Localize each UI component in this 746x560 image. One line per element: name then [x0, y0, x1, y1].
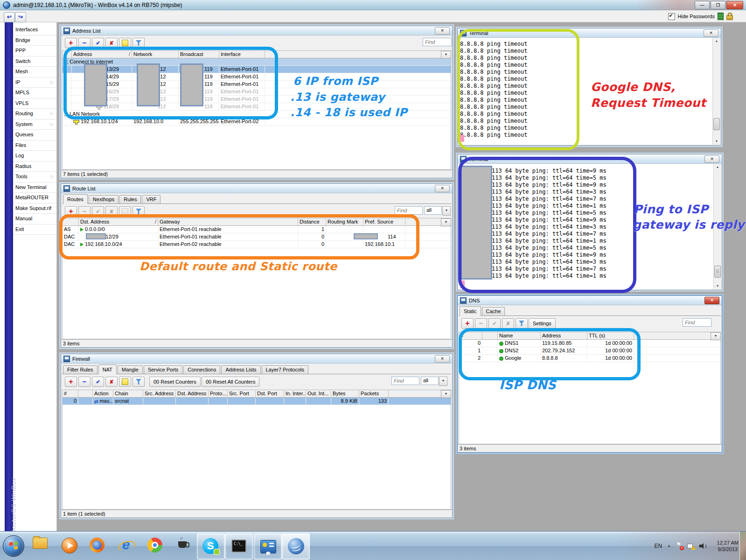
- enable-button[interactable]: [92, 377, 104, 387]
- dns-titlebar[interactable]: DNS: [458, 296, 722, 305]
- find-input[interactable]: [423, 38, 452, 46]
- scrollbar[interactable]: ▲ ▼: [712, 38, 720, 145]
- table-row[interactable]: DAC112/29Ethernet-Port-01 reachable0114: [63, 233, 451, 241]
- column-header-ttl-s[interactable]: TTL (s): [587, 332, 634, 339]
- sidebar-item-vpls[interactable]: VPLS: [13, 98, 56, 109]
- find-input[interactable]: [391, 377, 419, 385]
- add-button[interactable]: [461, 318, 474, 329]
- add-button[interactable]: [65, 38, 77, 48]
- hide-passwords-checkbox[interactable]: [668, 13, 675, 20]
- column-header-in-inter[interactable]: In. Inter...: [284, 390, 306, 397]
- sidebar-item-ip[interactable]: IP▷: [13, 77, 56, 88]
- close-icon[interactable]: [435, 355, 450, 363]
- filter-button[interactable]: [132, 38, 145, 48]
- disable-button[interactable]: [105, 38, 118, 48]
- column-header-dst-port[interactable]: Dst. Port: [256, 390, 284, 397]
- reset-all-counters-button[interactable]: 00 Reset All Counters: [202, 377, 259, 387]
- scroll-down-icon[interactable]: ▼: [714, 283, 721, 289]
- sidebar-item-queues[interactable]: Queues: [13, 130, 56, 140]
- restore-button[interactable]: ❐: [711, 1, 725, 9]
- add-button[interactable]: [65, 206, 77, 217]
- dns-settings-button[interactable]: Settings: [529, 318, 556, 329]
- terminal-titlebar[interactable]: Terminal: [458, 154, 722, 164]
- skype-taskbar-button[interactable]: S: [197, 533, 225, 560]
- winbox-taskbar-button[interactable]: [282, 533, 310, 560]
- table-row[interactable]: 192.168.10.1/24192.168.10.0255.255.255.2…: [63, 118, 451, 126]
- tab-mangle[interactable]: Mangle: [118, 365, 143, 374]
- table-row[interactable]: X117/29112119Ethernet-Port-01: [63, 96, 451, 103]
- column-menu-dropdown-icon[interactable]: ▼: [441, 51, 451, 59]
- disable-button[interactable]: [105, 377, 118, 387]
- taskbar-clock[interactable]: 12:27 AM 9/3/2013: [717, 532, 739, 560]
- remove-button[interactable]: [78, 38, 91, 48]
- sidebar-item-log[interactable]: Log: [13, 151, 56, 161]
- column-header-routing-mark[interactable]: Routing Mark: [326, 218, 363, 225]
- column-header-name[interactable]: Name: [498, 332, 541, 339]
- sidebar-item-mesh[interactable]: Mesh: [13, 67, 56, 77]
- column-header-src-port[interactable]: Src. Port: [228, 390, 256, 397]
- firewall-titlebar[interactable]: Firewall: [61, 354, 452, 364]
- network-status-icon[interactable]: [687, 543, 694, 549]
- table-row[interactable]: 2Google8.8.8.81d 00:00:00: [459, 355, 720, 362]
- add-button[interactable]: [65, 377, 77, 387]
- sidebar-item-system[interactable]: System▷: [13, 119, 56, 130]
- column-header-address[interactable]: Address: [541, 332, 587, 339]
- tab-service-ports[interactable]: Service Ports: [144, 365, 182, 374]
- column-header-pref-source[interactable]: Pref. Source: [363, 218, 405, 225]
- table-row[interactable]: 114/29112119Ethernet-Port-01: [63, 73, 451, 81]
- firefox-icon[interactable]: [90, 538, 105, 553]
- scroll-thumb[interactable]: [713, 118, 720, 130]
- tab-filter-rules[interactable]: Filter Rules: [63, 365, 98, 374]
- sidebar-item-files[interactable]: Files: [13, 140, 56, 151]
- tab-static[interactable]: Static: [460, 306, 481, 316]
- table-row[interactable]: 1DNS2202.79.24.1521d 00:00:00: [459, 347, 720, 355]
- tab-rules[interactable]: Rules: [119, 195, 141, 203]
- close-icon[interactable]: [435, 185, 450, 192]
- filter-scope-dropdown-icon[interactable]: ▼: [439, 377, 447, 386]
- column-menu-dropdown-icon[interactable]: ▼: [441, 218, 451, 226]
- scrollbar[interactable]: ▲ ▼: [713, 164, 721, 289]
- filter-scope-select[interactable]: all: [421, 377, 439, 385]
- table-row[interactable]: AS0.0.0.0/0Ethernet-Port-01 reachable1: [63, 226, 451, 233]
- tab-routes[interactable]: Routes: [63, 194, 88, 204]
- tab-layer7-protocols[interactable]: Layer7 Protocols: [262, 365, 309, 374]
- close-icon[interactable]: [704, 155, 719, 163]
- column-header-out-int[interactable]: Out. Int...: [306, 390, 331, 397]
- table-row[interactable]: ;;; Connect to internet: [63, 58, 451, 66]
- remove-button[interactable]: [78, 377, 91, 387]
- comment-button[interactable]: [119, 377, 131, 387]
- filter-scope-dropdown-icon[interactable]: ▼: [442, 206, 451, 216]
- close-icon[interactable]: [435, 27, 450, 35]
- scroll-thumb[interactable]: [714, 266, 721, 278]
- scroll-up-icon[interactable]: ▲: [714, 164, 721, 170]
- tab-connections[interactable]: Connections: [183, 365, 220, 374]
- find-input[interactable]: [683, 318, 711, 327]
- column-header-network[interactable]: Network: [132, 51, 179, 58]
- tab-cache[interactable]: Cache: [482, 307, 505, 315]
- column-header-dst-address[interactable]: Dst. Address/: [79, 218, 158, 225]
- tab-nexthops[interactable]: Nexthops: [89, 195, 119, 203]
- tab-vrf[interactable]: VRF: [142, 195, 160, 203]
- action-center-flag-icon[interactable]: ✗: [676, 542, 682, 549]
- close-icon[interactable]: [704, 297, 719, 304]
- terminal-output[interactable]: 8.8.8.8 ping timeout8.8.8.8 ping timeout…: [458, 38, 713, 145]
- column-header-src-address[interactable]: Src. Address: [143, 390, 176, 397]
- sidebar-item-mpls[interactable]: MPLS: [13, 88, 56, 98]
- chrome-icon[interactable]: [147, 538, 162, 553]
- table-row[interactable]: X118/29112119Ethernet-Port-01: [63, 103, 451, 111]
- command-prompt-taskbar-button[interactable]: C:\_: [225, 533, 253, 560]
- column-header-flags[interactable]: [63, 51, 72, 58]
- sidebar-item-make-supout-rif[interactable]: Make Supout.rif: [13, 203, 56, 214]
- terminal-titlebar[interactable]: Terminal: [458, 28, 721, 38]
- redo-button[interactable]: ↪: [15, 12, 26, 22]
- column-header-gateway[interactable]: Gateway: [158, 218, 298, 225]
- tray-expand-icon[interactable]: ▲: [667, 544, 671, 548]
- sidebar-item-bridge[interactable]: Bridge: [13, 35, 56, 46]
- sidebar-item-interfaces[interactable]: Interfaces: [13, 25, 56, 35]
- table-row[interactable]: 115/29112119Ethernet-Port-01: [63, 81, 451, 88]
- table-row[interactable]: 0mas...srcnat8.9 KiB133: [63, 398, 451, 405]
- sidebar-item-ppp[interactable]: PPP: [13, 46, 56, 56]
- sidebar-item-manual[interactable]: Manual: [13, 214, 56, 224]
- start-button[interactable]: [3, 535, 24, 557]
- column-header-flags[interactable]: [63, 218, 79, 225]
